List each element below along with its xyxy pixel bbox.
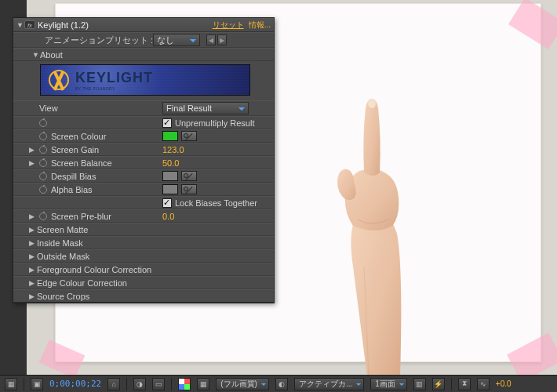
effect-controls-panel: ▼ fx Keylight (1.2) リセット 情報... アニメーションプリ… bbox=[13, 17, 275, 303]
snapshot-icon[interactable]: ▣ bbox=[31, 378, 43, 390]
view-select[interactable]: Final Result bbox=[162, 102, 249, 114]
camera-select[interactable]: アクティブカ... bbox=[294, 378, 364, 390]
stopwatch-icon[interactable] bbox=[39, 146, 47, 154]
stopwatch-icon[interactable] bbox=[39, 159, 47, 167]
group-label: Foreground Colour Correction bbox=[37, 265, 151, 274]
info-link[interactable]: 情報... bbox=[249, 20, 271, 31]
screen-gain-label: Screen Gain bbox=[51, 145, 99, 154]
exposure-value[interactable]: +0.0 bbox=[496, 379, 511, 388]
unpremultiply-label: Unpremultiply Result bbox=[175, 118, 254, 128]
twirl-down-icon[interactable]: ▼ bbox=[32, 51, 40, 59]
view-layout-value: 1画面 bbox=[375, 379, 395, 390]
stopwatch-icon[interactable] bbox=[39, 186, 47, 194]
preset-prev-button[interactable]: ◀ bbox=[206, 34, 216, 45]
toggle-alpha-icon[interactable]: ▦ bbox=[5, 378, 17, 390]
reset-link[interactable]: リセット bbox=[213, 20, 244, 31]
group-label: Outside Mask bbox=[37, 252, 89, 261]
twirl-right-icon[interactable]: ▶ bbox=[29, 159, 37, 167]
preset-select[interactable]: なし bbox=[153, 34, 200, 46]
lock-biases-checkbox[interactable] bbox=[162, 198, 172, 208]
despill-bias-label: Despill Bias bbox=[51, 172, 96, 181]
despill-bias-row: Despill Bias bbox=[13, 169, 274, 183]
group-inside-mask[interactable]: ▶ Inside Mask bbox=[13, 236, 274, 249]
logo-name: KEYLIGHT bbox=[75, 70, 153, 86]
despill-bias-swatch[interactable] bbox=[162, 171, 178, 181]
twirl-right-icon[interactable]: ▶ bbox=[29, 212, 37, 220]
current-timecode[interactable]: 0;00;00;22 bbox=[49, 379, 101, 389]
graph-icon[interactable]: ∿ bbox=[477, 378, 490, 390]
twirl-right-icon[interactable]: ▶ bbox=[29, 266, 37, 274]
group-edge-cc[interactable]: ▶ Edge Colour Correction bbox=[13, 276, 274, 289]
keylight-logo-mark-icon bbox=[49, 70, 69, 90]
viewer-footer: ▦ ▣ 0;00;00;22 ⌂ ◑ ▭ ▦ (フル画質) ◐ アクティブカ..… bbox=[0, 375, 557, 392]
timeline-icon[interactable]: ⧗ bbox=[458, 378, 471, 390]
logo-subtitle: BY THE FOUNDRY bbox=[75, 86, 153, 91]
group-label: Source Crops bbox=[37, 292, 89, 301]
stopwatch-icon[interactable] bbox=[39, 212, 47, 220]
alpha-bias-swatch[interactable] bbox=[162, 184, 178, 194]
view-row: View Final Result bbox=[13, 100, 274, 116]
group-foreground-cc[interactable]: ▶ Foreground Colour Correction bbox=[13, 263, 274, 276]
screen-balance-value[interactable]: 50.0 bbox=[162, 158, 179, 168]
twirl-right-icon[interactable]: ▶ bbox=[29, 292, 37, 300]
eyedropper-icon[interactable] bbox=[181, 184, 197, 194]
screen-gain-row: ▶ Screen Gain 123.0 bbox=[13, 143, 274, 156]
fx-icon[interactable]: fx bbox=[24, 20, 35, 29]
animation-preset-row: アニメーションプリセット : なし ◀ ▶ bbox=[13, 32, 274, 48]
stopwatch-icon[interactable] bbox=[39, 172, 47, 180]
screen-preblur-row: ▶ Screen Pre-blur 0.0 bbox=[13, 209, 274, 223]
about-label: About bbox=[40, 50, 63, 60]
lock-biases-row: Lock Biases Together bbox=[13, 196, 274, 209]
screen-preblur-label: Screen Pre-blur bbox=[51, 212, 111, 221]
stopwatch-icon[interactable] bbox=[39, 132, 47, 140]
alpha-bias-label: Alpha Bias bbox=[51, 185, 93, 194]
screen-balance-row: ▶ Screen Balance 50.0 bbox=[13, 156, 274, 169]
view-label: View bbox=[39, 103, 58, 113]
twirl-right-icon[interactable]: ▶ bbox=[29, 226, 37, 234]
twirl-down-icon[interactable]: ▼ bbox=[16, 21, 24, 29]
resolution-select[interactable]: (フル画質) bbox=[216, 378, 269, 390]
region-icon[interactable]: ▭ bbox=[152, 378, 165, 390]
twirl-right-icon[interactable]: ▶ bbox=[29, 146, 37, 154]
screen-colour-swatch[interactable] bbox=[162, 131, 178, 141]
group-label: Inside Mask bbox=[37, 238, 83, 248]
eyedropper-icon[interactable] bbox=[181, 171, 197, 181]
preset-label: アニメーションプリセット : bbox=[45, 34, 153, 46]
transparency-grid-icon[interactable] bbox=[178, 378, 191, 390]
unpremultiply-checkbox[interactable] bbox=[162, 118, 172, 128]
screen-colour-row: Screen Colour bbox=[13, 129, 274, 143]
camera-icon[interactable]: ⌂ bbox=[107, 378, 120, 390]
mask-icon[interactable]: ◑ bbox=[133, 378, 146, 390]
screen-balance-label: Screen Balance bbox=[51, 158, 112, 168]
screen-preblur-value[interactable]: 0.0 bbox=[162, 212, 174, 221]
group-screen-matte[interactable]: ▶ Screen Matte bbox=[13, 223, 274, 236]
lock-biases-label: Lock Biases Together bbox=[175, 198, 257, 208]
screen-colour-label: Screen Colour bbox=[51, 132, 106, 141]
group-label: Edge Colour Correction bbox=[37, 278, 127, 288]
exposure-icon[interactable]: ◐ bbox=[275, 378, 288, 390]
keylight-logo: KEYLIGHT BY THE FOUNDRY bbox=[40, 64, 250, 96]
unpremultiply-row: Unpremultiply Result bbox=[13, 116, 274, 129]
group-outside-mask[interactable]: ▶ Outside Mask bbox=[13, 249, 274, 263]
twirl-right-icon[interactable]: ▶ bbox=[29, 252, 37, 260]
preset-next-button[interactable]: ▶ bbox=[217, 34, 227, 45]
screen-gain-value[interactable]: 123.0 bbox=[162, 145, 184, 154]
twirl-right-icon[interactable]: ▶ bbox=[29, 239, 37, 247]
view-layout-select[interactable]: 1画面 bbox=[370, 378, 407, 390]
group-label: Screen Matte bbox=[37, 225, 88, 234]
eyedropper-icon[interactable] bbox=[181, 131, 197, 141]
fast-previews-icon[interactable]: ⚡ bbox=[432, 378, 445, 390]
channel-icon[interactable]: ▦ bbox=[197, 378, 209, 390]
resolution-value: (フル画質) bbox=[220, 379, 257, 390]
twirl-right-icon[interactable]: ▶ bbox=[29, 279, 37, 287]
keylight-logo-row: KEYLIGHT BY THE FOUNDRY bbox=[13, 61, 274, 100]
alpha-bias-row: Alpha Bias bbox=[13, 183, 274, 196]
about-row[interactable]: ▼ About bbox=[13, 48, 274, 61]
effect-title: Keylight (1.2) bbox=[38, 20, 208, 30]
preset-value: なし bbox=[157, 34, 174, 46]
group-source-crops[interactable]: ▶ Source Crops bbox=[13, 289, 274, 303]
panel-header: ▼ fx Keylight (1.2) リセット 情報... bbox=[13, 18, 274, 32]
view-value: Final Result bbox=[166, 103, 212, 113]
pixel-aspect-icon[interactable]: ▥ bbox=[413, 378, 426, 390]
stopwatch-icon[interactable] bbox=[39, 119, 47, 127]
